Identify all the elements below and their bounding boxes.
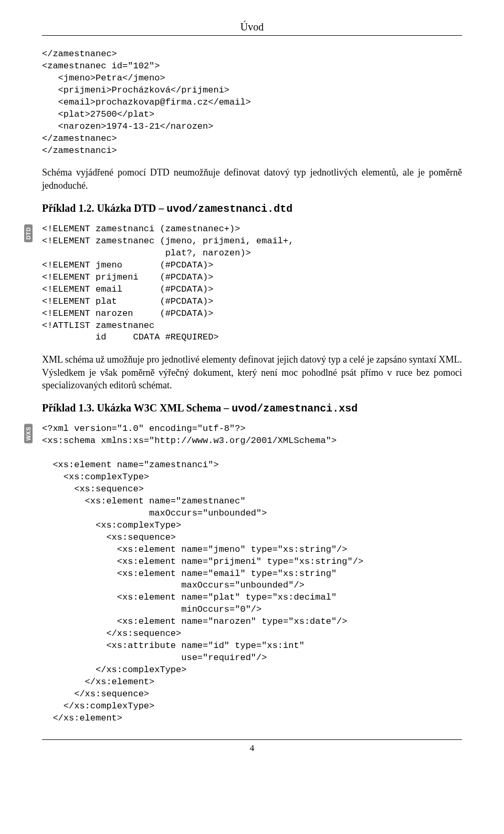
example-1-3-title: Příklad 1.3. Ukázka W3C XML Schema – uvo… — [42, 402, 462, 415]
code-dtd: <!ELEMENT zamestnanci (zamestnanec+)> <!… — [42, 223, 462, 344]
footer-rule — [42, 739, 462, 740]
example-1-2-prefix: Příklad 1.2. Ukázka DTD – — [42, 202, 166, 214]
dtd-code-container: DTD <!ELEMENT zamestnanci (zamestnanec+)… — [42, 223, 462, 344]
paragraph-1: Schéma vyjádřené pomocí DTD neumožňuje d… — [42, 166, 462, 192]
page: Úvod </zamestnanec> <zamestnanec id="102… — [0, 0, 504, 834]
header-title: Úvod — [42, 21, 462, 33]
example-1-3-prefix: Příklad 1.3. Ukázka W3C XML Schema – — [42, 402, 232, 414]
dtd-badge: DTD — [24, 224, 33, 242]
paragraph-2: XML schéma už umožňuje pro jednotlivé el… — [42, 353, 462, 392]
example-1-2-title: Příklad 1.2. Ukázka DTD – uvod/zamestnan… — [42, 202, 462, 215]
xsd-code-container: WXS <?xml version="1.0" encoding="utf-8"… — [42, 423, 462, 724]
code-xml-fragment: </zamestnanec> <zamestnanec id="102"> <j… — [42, 48, 462, 157]
header-rule — [42, 35, 462, 36]
wxs-badge: WXS — [24, 424, 33, 444]
example-1-2-filename: uvod/zamestnanci.dtd — [166, 203, 292, 215]
example-1-3-filename: uvod/zamestnanci.xsd — [232, 403, 358, 415]
code-xsd: <?xml version="1.0" encoding="utf-8"?> <… — [42, 423, 462, 724]
page-number: 4 — [42, 743, 462, 754]
